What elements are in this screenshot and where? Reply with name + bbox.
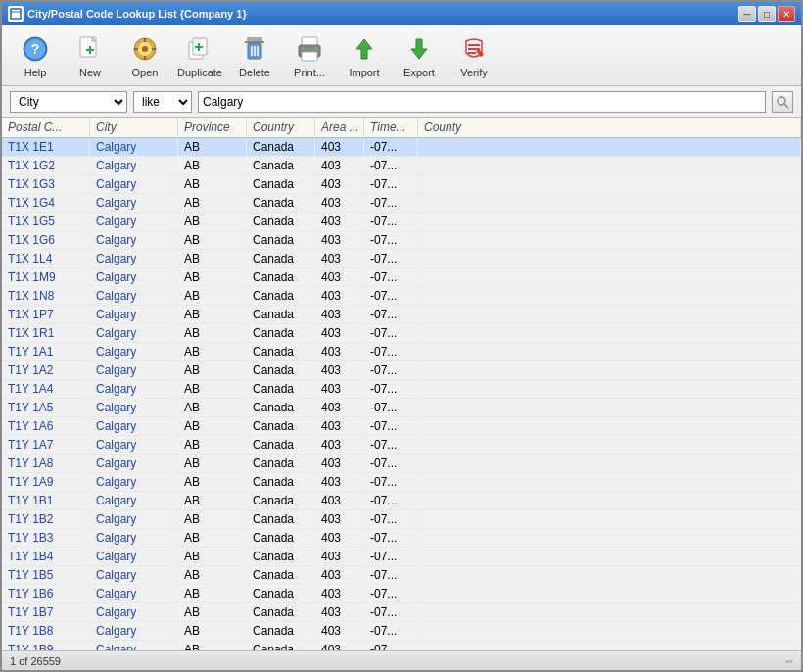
col-header-county[interactable]: County (418, 118, 801, 137)
table-row[interactable]: T1X 1R1 Calgary AB Canada 403 -07... (2, 324, 801, 343)
filter-operator-select[interactable]: like equals starts with ends with (133, 91, 192, 113)
svg-text:?: ? (31, 41, 40, 57)
cell-postal: T1Y 1B8 (2, 622, 90, 640)
table-row[interactable]: T1X 1G6 Calgary AB Canada 403 -07... (2, 231, 801, 250)
delete-button[interactable]: Delete (229, 29, 280, 82)
table-row[interactable]: T1Y 1B2 Calgary AB Canada 403 -07... (2, 510, 801, 529)
cell-city: Calgary (90, 306, 178, 323)
cell-city: Calgary (90, 250, 178, 267)
table-body[interactable]: T1X 1E1 Calgary AB Canada 403 -07... T1X… (2, 138, 801, 650)
cell-country: Canada (247, 529, 315, 547)
maximize-button[interactable]: □ (758, 6, 776, 22)
table-row[interactable]: T1X 1G4 Calgary AB Canada 403 -07... (2, 194, 801, 213)
cell-city: Calgary (90, 287, 178, 305)
cell-area: 403 (315, 213, 364, 230)
cell-area: 403 (315, 436, 364, 454)
table-row[interactable]: T1X 1E1 Calgary AB Canada 403 -07... (2, 138, 801, 157)
table-row[interactable]: T1Y 1A4 Calgary AB Canada 403 -07... (2, 380, 801, 399)
table-row[interactable]: T1X 1M9 Calgary AB Canada 403 -07... (2, 268, 801, 287)
col-header-postal[interactable]: Postal C... (2, 118, 90, 137)
cell-province: AB (178, 324, 247, 342)
verify-icon (458, 33, 490, 65)
cell-city: Calgary (90, 473, 178, 491)
table-row[interactable]: T1X 1G2 Calgary AB Canada 403 -07... (2, 157, 801, 175)
cell-country: Canada (247, 231, 315, 249)
col-header-country[interactable]: Country (247, 118, 315, 137)
cell-province: AB (178, 566, 247, 584)
duplicate-label: Duplicate (177, 67, 222, 78)
table-row[interactable]: T1X 1N8 Calgary AB Canada 403 -07... (2, 287, 801, 306)
new-button[interactable]: New (65, 29, 116, 82)
table-row[interactable]: T1Y 1A9 Calgary AB Canada 403 -07... (2, 473, 801, 492)
table-row[interactable]: T1Y 1B4 Calgary AB Canada 403 -07... (2, 548, 801, 566)
col-header-province[interactable]: Province (178, 118, 247, 137)
cell-area: 403 (315, 529, 364, 547)
table-row[interactable]: T1Y 1B7 Calgary AB Canada 403 -07... (2, 603, 801, 622)
table-row[interactable]: T1X 1G5 Calgary AB Canada 403 -07... (2, 213, 801, 231)
table-row[interactable]: T1Y 1A2 Calgary AB Canada 403 -07... (2, 361, 801, 380)
print-button[interactable]: Print... (284, 29, 335, 82)
table-row[interactable]: T1Y 1B6 Calgary AB Canada 403 -07... (2, 585, 801, 603)
cell-province: AB (178, 287, 247, 305)
table-row[interactable]: T1Y 1B3 Calgary AB Canada 403 -07... (2, 529, 801, 548)
table-row[interactable]: T1Y 1A7 Calgary AB Canada 403 -07... (2, 436, 801, 455)
table-row[interactable]: T1X 1P7 Calgary AB Canada 403 -07... (2, 306, 801, 324)
cell-country: Canada (247, 324, 315, 342)
cell-county (418, 268, 801, 286)
col-header-city[interactable]: City (90, 118, 178, 137)
cell-postal: T1X 1N8 (2, 287, 90, 305)
filter-field-select[interactable]: City Postal Code Province Country Area C… (10, 91, 127, 113)
cell-time: -07... (364, 641, 418, 650)
print-icon (294, 33, 325, 65)
filter-value-input[interactable] (198, 91, 766, 113)
table-row[interactable]: T1Y 1B1 Calgary AB Canada 403 -07... (2, 492, 801, 510)
col-header-time[interactable]: Time... (364, 118, 418, 137)
cell-postal: T1X 1M9 (2, 268, 90, 286)
open-button[interactable]: Open (119, 29, 170, 82)
cell-time: -07... (364, 566, 418, 584)
open-label: Open (132, 67, 159, 78)
duplicate-button[interactable]: Duplicate (174, 29, 225, 82)
cell-county (418, 566, 801, 584)
col-header-area[interactable]: Area ... (315, 118, 364, 137)
cell-country: Canada (247, 175, 315, 193)
table-row[interactable]: T1Y 1A5 Calgary AB Canada 403 -07... (2, 399, 801, 417)
duplicate-icon (184, 33, 215, 65)
cell-area: 403 (315, 361, 364, 379)
table-row[interactable]: T1Y 1A1 Calgary AB Canada 403 -07... (2, 343, 801, 361)
table-row[interactable]: T1Y 1B5 Calgary AB Canada 403 -07... (2, 566, 801, 585)
cell-city: Calgary (90, 231, 178, 249)
verify-label: Verify (460, 67, 488, 78)
cell-postal: T1Y 1B7 (2, 603, 90, 621)
cell-postal: T1Y 1A9 (2, 473, 90, 491)
cell-province: AB (178, 585, 247, 602)
close-button[interactable]: ✕ (778, 6, 795, 22)
filter-search-button[interactable] (772, 91, 793, 113)
export-label: Export (403, 67, 435, 78)
cell-country: Canada (247, 343, 315, 360)
cell-postal: T1Y 1A5 (2, 399, 90, 416)
cell-postal: T1X 1P7 (2, 306, 90, 323)
verify-button[interactable]: Verify (449, 29, 499, 82)
minimize-button[interactable]: ─ (738, 6, 756, 22)
cell-city: Calgary (90, 343, 178, 360)
cell-country: Canada (247, 250, 315, 267)
cell-postal: T1X 1G6 (2, 231, 90, 249)
cell-province: AB (178, 231, 247, 249)
cell-city: Calgary (90, 548, 178, 565)
table-row[interactable]: T1Y 1A8 Calgary AB Canada 403 -07... (2, 455, 801, 473)
table-row[interactable]: T1X 1G3 Calgary AB Canada 403 -07... (2, 175, 801, 194)
export-button[interactable]: Export (394, 29, 445, 82)
svg-point-28 (315, 47, 318, 50)
cell-postal: T1X 1G3 (2, 175, 90, 193)
cell-county (418, 585, 801, 602)
table-row[interactable]: T1Y 1A6 Calgary AB Canada 403 -07... (2, 417, 801, 436)
cell-county (418, 324, 801, 342)
cell-postal: T1Y 1B5 (2, 566, 90, 584)
help-button[interactable]: ? Help (10, 29, 61, 82)
table-row[interactable]: T1Y 1B8 Calgary AB Canada 403 -07... (2, 622, 801, 641)
import-button[interactable]: Import (339, 29, 390, 82)
table-row[interactable]: T1Y 1B9 Calgary AB Canada 403 -07... (2, 641, 801, 650)
table-row[interactable]: T1X 1L4 Calgary AB Canada 403 -07... (2, 250, 801, 268)
cell-area: 403 (315, 324, 364, 342)
